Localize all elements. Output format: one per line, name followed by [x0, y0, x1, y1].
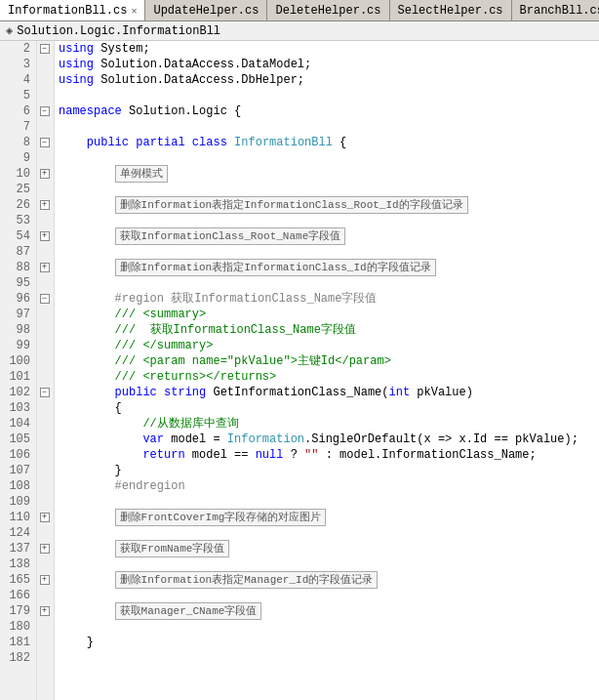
tab-informationbll[interactable]: InformationBll.cs ✕ — [0, 0, 145, 21]
collapse-btn-166[interactable]: + — [40, 606, 50, 616]
tab-close-icon[interactable]: ✕ — [131, 5, 137, 17]
code-line-181 — [59, 650, 599, 666]
tab-label: BranchBll.cs — [520, 4, 599, 18]
collapsed-block-138[interactable]: 删除Information表指定Manager_Id的字段值记录 — [115, 571, 379, 589]
code-line-25 — [59, 182, 599, 197]
code-line-8: public partial class InformationBll { — [59, 135, 599, 150]
code-line-102: public string GetInformationClass_Name( … — [59, 385, 599, 400]
code-line-99: /// </summary> — [59, 338, 599, 353]
code-line-164 — [59, 588, 599, 603]
collapsed-block-166[interactable]: 获取Manager_CName字段值 — [115, 602, 262, 620]
code-line-87 — [59, 244, 599, 260]
collapse-btn-88[interactable]: + — [40, 263, 50, 272]
code-line-3: using Solution.DataAccess.DataModel; — [59, 57, 599, 72]
tab-bar: InformationBll.cs ✕ UpdateHelper.cs Dele… — [0, 0, 599, 21]
code-line-95 — [59, 275, 599, 291]
code-line-108: #endregion — [59, 478, 599, 494]
code-line-4: using Solution.DataAccess.DbHelper; — [59, 72, 599, 88]
collapsed-block-10[interactable]: 单例模式 — [115, 165, 168, 183]
code-line-97: /// <summary> — [59, 307, 599, 322]
tab-label: SelectHelper.cs — [398, 4, 503, 18]
code-line-180: } — [59, 635, 599, 650]
code-line-106: return model == null ? "" : model.Inform… — [59, 447, 599, 463]
code-line-110: 删除FrontCoverImg字段存储的对应图片 — [59, 510, 599, 525]
tab-selecthelper[interactable]: SelectHelper.cs — [390, 0, 512, 21]
code-line-6: namespace Solution.Logic { — [59, 103, 599, 119]
collapse-btn-54[interactable]: + — [40, 231, 50, 241]
code-line-104: //从数据库中查询 — [59, 416, 599, 432]
collapsed-block-124[interactable]: 获取FromName字段值 — [115, 540, 230, 557]
breadcrumb-icon: ◈ — [6, 23, 13, 38]
tab-deletehelper[interactable]: DeleteHelper.cs — [267, 0, 389, 21]
editor: 2 3 4 5 6 7 8 9 10 25 26 53 54 87 88 95 … — [0, 41, 599, 700]
collapsed-block-26[interactable]: 删除Information表指定InformationClass_Root_Id… — [115, 196, 468, 214]
code-line-103: { — [59, 400, 599, 416]
tab-label: UpdateHelper.cs — [153, 4, 259, 18]
collapse-btn-2[interactable]: − — [40, 44, 50, 54]
tab-label: DeleteHelper.cs — [275, 4, 380, 18]
code-line-124: 获取FromName字段值 — [59, 541, 599, 556]
collapse-gutter: − − − + + + — [37, 41, 55, 700]
tab-label: InformationBll.cs — [8, 4, 127, 18]
code-line-105: var model = Information .SingleOrDefault… — [59, 432, 599, 447]
collapse-btn-6[interactable]: − — [40, 106, 50, 116]
collapsed-block-110[interactable]: 删除FrontCoverImg字段存储的对应图片 — [115, 509, 327, 526]
kw-using: using — [59, 41, 94, 57]
tab-updatehelper[interactable]: UpdateHelper.cs — [145, 0, 267, 21]
collapse-btn-26[interactable]: + — [40, 200, 50, 210]
collapse-btn-96[interactable]: − — [40, 294, 50, 304]
code-line-53 — [59, 213, 599, 228]
collapse-btn-110[interactable]: + — [40, 513, 50, 522]
code-line-7 — [59, 119, 599, 135]
breadcrumb-text: Solution.Logic.InformationBll — [17, 24, 220, 38]
code-line-98: /// 获取InformationClass_Name字段值 — [59, 322, 599, 338]
code-line-107: } — [59, 463, 599, 478]
code-content: using System; using Solution.DataAccess.… — [55, 41, 599, 700]
collapse-btn-8[interactable]: − — [40, 138, 50, 147]
code-line-10: 单例模式 — [59, 166, 599, 182]
collapsed-block-54[interactable]: 获取InformationClass_Root_Name字段值 — [115, 227, 346, 245]
code-line-9 — [59, 150, 599, 166]
collapsed-block-88[interactable]: 删除Information表指定InformationClass_Id的字段值记… — [115, 259, 436, 276]
code-line-136 — [59, 556, 599, 572]
tab-branchbll[interactable]: BranchBll.cs — [512, 0, 599, 21]
collapse-btn-124[interactable]: + — [40, 544, 50, 554]
collapse-btn-102[interactable]: − — [40, 388, 50, 397]
code-line-100: /// <param name="pkValue">主键Id</param> — [59, 353, 599, 369]
breadcrumb-bar: ◈ Solution.Logic.InformationBll — [0, 21, 599, 41]
collapse-btn-10[interactable]: + — [40, 169, 50, 179]
code-line-166: 获取Manager_CName字段值 — [59, 603, 599, 619]
code-line-178 — [59, 619, 599, 635]
collapse-btn-138[interactable]: + — [40, 575, 50, 585]
code-line-138: 删除Information表指定Manager_Id的字段值记录 — [59, 572, 599, 588]
code-line-101: /// <returns></returns> — [59, 369, 599, 385]
code-line-2: using System; — [59, 41, 599, 57]
code-line-96: #region 获取InformationClass_Name字段值 — [59, 291, 599, 307]
code-line-5 — [59, 88, 599, 103]
line-numbers: 2 3 4 5 6 7 8 9 10 25 26 53 54 87 88 95 … — [0, 41, 37, 700]
code-line-54: 获取InformationClass_Root_Name字段值 — [59, 228, 599, 244]
code-line-88: 删除Information表指定InformationClass_Id的字段值记… — [59, 260, 599, 275]
code-line-26: 删除Information表指定InformationClass_Root_Id… — [59, 197, 599, 213]
code-line-182 — [59, 666, 599, 681]
code-line-123 — [59, 525, 599, 541]
code-line-109 — [59, 494, 599, 510]
